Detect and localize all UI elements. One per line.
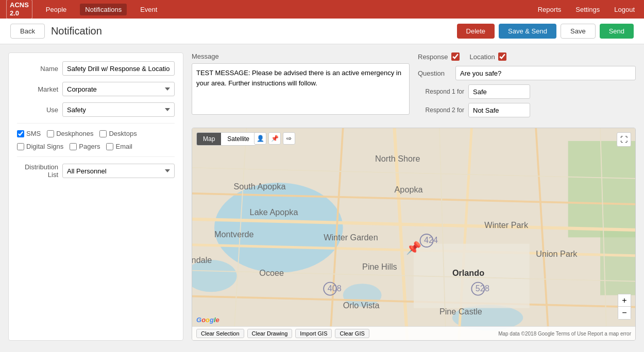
desktops-label: Desktops [109, 130, 137, 137]
dist-list-group: Distribution List All Personnel Manageme… [17, 163, 175, 179]
deskphones-checkbox[interactable] [47, 130, 54, 137]
svg-text:Lake Apopka: Lake Apopka [250, 207, 299, 217]
nav-settings[interactable]: Settings [572, 4, 603, 15]
digital-signs-checkbox[interactable] [17, 143, 24, 150]
desktops-checkbox[interactable] [99, 130, 107, 137]
pagers-label: Pagers [79, 143, 100, 150]
question-input[interactable] [455, 66, 636, 80]
map-attribution: Map data ©2018 Google Terms of Use Repor… [498, 331, 631, 337]
page-title: Notification [51, 25, 102, 37]
response-checkbox-group: Response [418, 52, 460, 61]
toolbar: Back Notification Delete Save & Send Sav… [0, 19, 644, 44]
dist-list-select[interactable]: All Personnel Management Staff [62, 164, 175, 178]
deskphones-checkbox-group: Deskphones [47, 130, 93, 137]
message-label: Message [192, 52, 410, 60]
dist-list-label: Distribution List [17, 163, 58, 179]
map-pin-tool-icon[interactable]: 📌 [268, 132, 281, 145]
use-group: Use Safety Emergency Test [17, 102, 175, 117]
response-section: Response Location Question Respond 1 for [418, 52, 636, 121]
map-tab-map[interactable]: Map [197, 133, 221, 145]
pagers-checkbox-group: Pagers [70, 143, 100, 150]
respond1-input[interactable] [468, 84, 530, 99]
map-person-icon[interactable]: 👤 [254, 132, 266, 145]
top-nav: ACNS 2.0 People Notifications Event Repo… [0, 0, 644, 19]
location-label: Location [470, 53, 495, 61]
respond1-label: Respond 1 for [418, 88, 464, 95]
respond1-row: Respond 1 for [418, 84, 636, 99]
email-checkbox[interactable] [106, 143, 113, 150]
nav-notifications[interactable]: Notifications [80, 4, 127, 15]
svg-text:Apopka: Apopka [395, 185, 423, 194]
clear-gis-button[interactable]: Clear GIS [335, 329, 369, 338]
location-checkbox[interactable] [498, 52, 506, 61]
delivery-row-2: Digital Signs Pagers Email [17, 143, 175, 150]
sms-checkbox-group: SMS [17, 130, 41, 137]
map-zoom-out[interactable]: − [618, 307, 631, 319]
deskphones-label: Deskphones [56, 130, 93, 137]
map-container: Lake Apopka Orlando Winter Garden Winter… [192, 128, 636, 341]
nav-logout[interactable]: Logout [611, 4, 638, 15]
save-button[interactable]: Save [561, 24, 596, 39]
message-area: Message TEST MESSAGE: Please be advised … [192, 52, 410, 121]
map-expand-button[interactable]: ⛶ [617, 132, 631, 147]
name-input[interactable] [62, 61, 175, 76]
use-label: Use [17, 106, 58, 114]
map-zoom-in[interactable]: + [618, 294, 631, 307]
respond2-input[interactable] [468, 103, 530, 117]
map-tab-satellite[interactable]: Satellite [221, 133, 256, 145]
name-label: Name [17, 65, 58, 73]
left-panel: Name Market Corporate East West Use Safe… [8, 52, 183, 341]
email-checkbox-group: Email [106, 143, 132, 150]
message-textarea[interactable]: TEST MESSAGE: Please be advised there is… [192, 63, 410, 115]
toolbar-right: Delete Save & Send Save Send [457, 24, 634, 39]
google-logo: Google [196, 316, 219, 324]
nav-people[interactable]: People [41, 4, 72, 15]
svg-text:South Apopka: South Apopka [233, 182, 286, 191]
svg-text:Pine Castle: Pine Castle [439, 307, 482, 316]
nav-right: Reports Settings Logout [535, 4, 638, 15]
svg-text:Ferndale: Ferndale [192, 255, 212, 265]
save-send-button[interactable]: Save & Send [499, 24, 556, 39]
market-group: Market Corporate East West [17, 82, 175, 96]
svg-text:424: 424 [424, 235, 438, 244]
digital-signs-checkbox-group: Digital Signs [17, 143, 63, 150]
sms-label: SMS [26, 130, 41, 137]
svg-text:Union Park: Union Park [536, 249, 578, 258]
svg-text:Pine Hills: Pine Hills [362, 262, 397, 271]
clear-drawing-button[interactable]: Clear Drawing [247, 329, 293, 338]
svg-text:408: 408 [328, 284, 342, 293]
name-group: Name [17, 61, 175, 76]
svg-text:Orlando: Orlando [452, 268, 484, 277]
svg-text:528: 528 [476, 284, 489, 293]
response-label: Response [418, 53, 448, 61]
delete-button[interactable]: Delete [457, 24, 495, 39]
location-checkbox-group: Location [470, 52, 506, 61]
sms-checkbox[interactable] [17, 130, 24, 137]
nav-event[interactable]: Event [135, 4, 162, 15]
map-bottom-bar: Clear Selection Clear Drawing Import GIS… [192, 326, 635, 340]
map-zoom-controls: + − [618, 294, 631, 320]
main-content: Name Market Corporate East West Use Safe… [0, 44, 644, 349]
pagers-checkbox[interactable] [70, 143, 77, 150]
question-row: Question [418, 66, 636, 80]
use-select[interactable]: Safety Emergency Test [62, 102, 175, 117]
map-share-icon[interactable]: ⇨ [283, 132, 295, 145]
respond2-row: Respond 2 for [418, 103, 636, 117]
svg-text:Montverde: Montverde [214, 230, 254, 239]
app-logo: ACNS 2.0 [6, 0, 32, 19]
svg-text:North Shore: North Shore [375, 154, 420, 163]
send-button[interactable]: Send [600, 24, 634, 39]
back-button[interactable]: Back [10, 24, 45, 39]
clear-selection-button[interactable]: Clear Selection [196, 329, 244, 338]
desktops-checkbox-group: Desktops [99, 130, 137, 137]
email-label: Email [115, 143, 132, 150]
respond2-label: Respond 2 for [418, 107, 464, 114]
map-svg: Lake Apopka Orlando Winter Garden Winter… [192, 128, 635, 340]
import-gis-button[interactable]: Import GIS [295, 329, 332, 338]
response-checkbox[interactable] [451, 52, 460, 61]
map-icon-buttons: 👤 📌 ⇨ [254, 132, 295, 145]
svg-text:Ocoee: Ocoee [259, 268, 284, 277]
digital-signs-label: Digital Signs [26, 143, 63, 150]
market-select[interactable]: Corporate East West [62, 82, 175, 96]
nav-reports[interactable]: Reports [535, 4, 565, 15]
